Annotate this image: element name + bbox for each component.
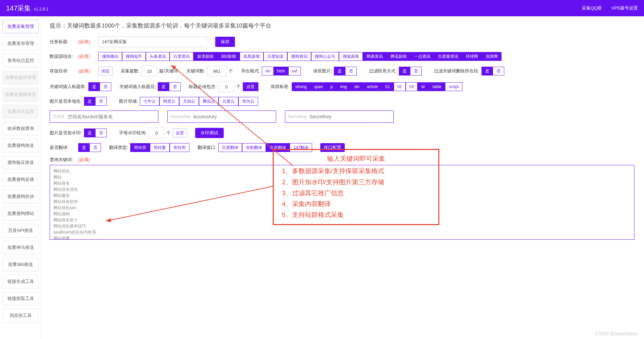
keep-tag-4[interactable]: div — [351, 82, 363, 91]
img-store-2[interactable]: 又拍云 — [179, 97, 199, 106]
keepimg-yes[interactable]: 是 — [334, 67, 345, 75]
source-tag-8[interactable]: 搜狗资讯 — [287, 52, 311, 61]
img-store-1[interactable]: 阿里云 — [159, 97, 179, 106]
link-vps-dial[interactable]: VPS拨号设置 — [611, 5, 638, 11]
fmt-txt[interactable]: txt — [262, 67, 274, 75]
accesskey-field[interactable]: AccessKey — [167, 111, 276, 123]
source-tag-5[interactable]: 360新闻 — [217, 52, 240, 61]
sidebar-item-12[interactable]: 百度API推送 — [3, 224, 38, 237]
count-input[interactable] — [141, 66, 157, 77]
insert-before-toggle[interactable]: 是 否 — [88, 82, 111, 91]
wm-test-button[interactable]: 水印测试 — [195, 128, 224, 138]
trans-type-1[interactable]: 简转繁 — [150, 143, 170, 152]
img-store-4[interactable]: 百度云 — [219, 97, 238, 106]
task-title-input[interactable] — [98, 36, 207, 47]
sidebar-item-17[interactable]: 伪原创工具 — [3, 309, 38, 322]
img-local-no[interactable]: 否 — [96, 97, 107, 106]
sidebar-item-14[interactable]: 批量360推送 — [3, 258, 38, 271]
source-tag-6[interactable]: 凤凰新闻 — [240, 52, 264, 61]
trans-api-1[interactable]: 谷歌翻译 — [242, 143, 266, 152]
keep-tag-7[interactable]: h2 — [394, 82, 406, 91]
fmt-xxf[interactable]: xxf — [289, 67, 301, 75]
sidebar-item-2[interactable]: 发布站点监控 — [3, 54, 38, 67]
source-tag-3[interactable]: 百度资讯 — [170, 52, 193, 61]
keepimg-no[interactable]: 否 — [345, 67, 357, 75]
wm-rotate-set-button[interactable]: 设置 — [173, 129, 187, 137]
sidebar-item-8[interactable]: 搜狗验证推送 — [3, 156, 38, 169]
must-set-button[interactable]: 设置 — [243, 82, 258, 91]
sidebar-item-15[interactable]: 链接生成工具 — [3, 275, 38, 288]
source-tag-1[interactable]: 搜狗知乎 — [122, 52, 146, 61]
source-tag-12[interactable]: 腾讯新闻 — [387, 52, 410, 61]
sidebar-item-16[interactable]: 链接抓取工具 — [3, 292, 38, 305]
source-tag-15[interactable]: 环球网 — [462, 52, 482, 61]
space-field[interactable]: 空间名 — [50, 111, 158, 123]
trans-type-2[interactable]: 英转简 — [170, 143, 189, 152]
filterline-toggle[interactable]: 是 否 — [481, 67, 504, 75]
sidebar-item-11[interactable]: 批量搜狗绑站 — [3, 207, 38, 220]
sidebar-item-10[interactable]: 批量搜狗投诉 — [3, 190, 38, 203]
save-button[interactable]: 保存 — [215, 37, 235, 47]
source-tag-13[interactable]: 一点资讯 — [410, 52, 434, 61]
source-tag-9[interactable]: 搜狗公众号 — [311, 52, 339, 61]
sidebar-item-1[interactable]: 批量发布管理 — [3, 37, 38, 50]
browse-button[interactable]: 浏览 — [98, 67, 113, 75]
must-input[interactable] — [219, 81, 234, 92]
keep-tag-0[interactable]: strong — [292, 82, 310, 91]
fmt-html[interactable]: html — [274, 67, 289, 75]
source-tag-4[interactable]: 新浪新闻 — [193, 52, 217, 61]
space-input[interactable] — [68, 111, 158, 122]
keep-tag-2[interactable]: p — [327, 82, 337, 91]
img-store-5[interactable]: 华为云 — [238, 97, 258, 106]
keep-tag-3[interactable]: img — [337, 82, 351, 91]
insert-before-no[interactable]: 否 — [100, 82, 111, 91]
trans-toggle[interactable]: 是 否 — [78, 143, 101, 152]
accesskey-input[interactable] — [193, 111, 276, 122]
filterline-no[interactable]: 否 — [493, 67, 504, 75]
insert-after-yes[interactable]: 是 — [158, 82, 169, 91]
kwcount-input[interactable] — [207, 66, 226, 77]
source-tag-16[interactable]: 澎湃网 — [482, 52, 502, 61]
filterline-yes[interactable]: 是 — [481, 67, 493, 75]
trans-no[interactable]: 否 — [90, 143, 101, 152]
secretkey-field[interactable]: SecretKey — [285, 111, 394, 123]
keep-tag-1[interactable]: span — [310, 82, 327, 91]
sidebar-item-13[interactable]: 批量神马推送 — [3, 241, 38, 254]
wm-toggle[interactable]: 是 否 — [84, 129, 107, 137]
wm-no[interactable]: 否 — [96, 129, 107, 137]
contact-no[interactable]: 否 — [410, 67, 422, 75]
trans-yes[interactable]: 是 — [78, 143, 90, 152]
keep-tag-5[interactable]: article — [363, 82, 382, 91]
img-store-0[interactable]: 七牛云 — [140, 97, 159, 106]
source-tag-10[interactable]: 搜狐新闻 — [339, 52, 363, 61]
keep-tag-6[interactable]: h1 — [382, 82, 393, 91]
trans-type-0[interactable]: 简转英 — [130, 143, 150, 152]
wm-yes[interactable]: 是 — [84, 129, 96, 137]
sidebar-item-0[interactable]: 批量采集管理 — [3, 20, 38, 33]
insert-before-yes[interactable]: 是 — [88, 82, 100, 91]
img-store-3[interactable]: 腾讯云 — [199, 97, 219, 106]
secretkey-input[interactable] — [309, 111, 393, 122]
insert-after-no[interactable]: 否 — [169, 82, 181, 91]
keepimg-toggle[interactable]: 是 否 — [334, 67, 357, 75]
wm-rotate-input[interactable] — [149, 128, 164, 138]
keep-tag-8[interactable]: h3 — [406, 82, 418, 91]
keep-tag-11[interactable]: script — [445, 82, 462, 91]
contact-toggle[interactable]: 是 否 — [399, 67, 422, 75]
source-tag-14[interactable]: 百度最资讯 — [434, 52, 462, 61]
img-local-toggle[interactable]: 是 否 — [84, 97, 107, 106]
keep-tag-9[interactable]: br — [418, 82, 429, 91]
source-tag-7[interactable]: 百度知道 — [264, 52, 287, 61]
sidebar-item-7[interactable]: 批量搜狗推送 — [3, 139, 38, 152]
trans-api-0[interactable]: 百度翻译 — [218, 143, 242, 152]
sidebar-item-6[interactable]: 收录数据查询 — [3, 122, 38, 135]
sidebar-item-9[interactable]: 批量搜狗反馈 — [3, 173, 38, 186]
source-tag-11[interactable]: 网易资讯 — [363, 52, 387, 61]
source-tag-2[interactable]: 头条资讯 — [146, 52, 170, 61]
source-tag-0[interactable]: 搜狗微信 — [98, 52, 122, 61]
keep-tag-10[interactable]: table — [429, 82, 445, 91]
contact-yes[interactable]: 是 — [399, 67, 410, 75]
link-qq-group[interactable]: 采集QQ群 — [582, 5, 602, 11]
img-local-yes[interactable]: 是 — [84, 97, 96, 106]
insert-after-toggle[interactable]: 是 否 — [158, 82, 181, 91]
